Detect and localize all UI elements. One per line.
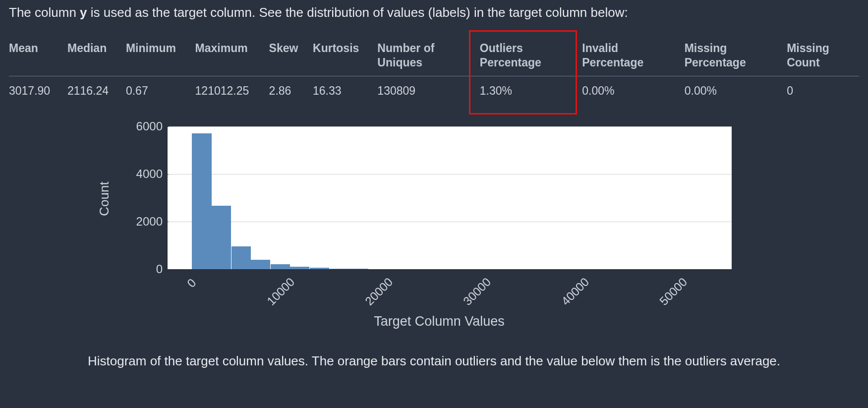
stats-table-wrap: Mean Median Minimum Maximum Skew Kurtosi… — [9, 39, 859, 106]
x-tick: 0 — [184, 276, 199, 290]
table-header-row: Mean Median Minimum Maximum Skew Kurtosi… — [9, 39, 859, 76]
x-tick-mark — [682, 269, 683, 273]
x-tick-mark — [583, 269, 584, 273]
histogram-bar — [330, 269, 349, 269]
x-axis-label: Target Column Values — [102, 314, 776, 329]
col-missing-pct: Missing Percentage — [685, 39, 787, 76]
val-kurtosis: 16.33 — [313, 76, 377, 106]
col-kurtosis: Kurtosis — [313, 39, 377, 76]
x-tick: 20000 — [362, 275, 396, 308]
val-outliers: 1.30% — [480, 76, 582, 106]
y-axis-label: Count — [97, 181, 112, 216]
val-maximum: 121012.25 — [195, 76, 269, 106]
val-skew: 2.86 — [269, 76, 313, 106]
y-tick: 2000 — [123, 215, 163, 229]
gridline — [168, 126, 732, 127]
histogram-bar — [212, 206, 231, 269]
histogram-bar — [271, 264, 290, 269]
x-tick-mark — [289, 269, 290, 273]
y-tick: 0 — [123, 262, 163, 276]
intro-text: The column y is used as the target colum… — [9, 5, 859, 20]
val-mean: 3017.90 — [9, 76, 67, 106]
val-minimum: 0.67 — [126, 76, 195, 106]
x-tick: 30000 — [461, 275, 494, 308]
gridline — [168, 174, 732, 175]
histogram-bar — [310, 268, 329, 269]
col-mean: Mean — [9, 39, 67, 76]
col-outliers: Outliers Percentage — [480, 39, 582, 76]
histogram-bar — [192, 133, 211, 269]
col-missing-cnt: Missing Count — [787, 39, 859, 76]
table-value-row: 3017.90 2116.24 0.67 121012.25 2.86 16.3… — [9, 76, 859, 106]
histogram-bar — [231, 246, 251, 269]
plot-area — [167, 126, 732, 270]
x-tick-mark — [387, 269, 388, 273]
col-maximum: Maximum — [195, 39, 269, 76]
x-tick-mark — [485, 269, 486, 273]
intro-bold: y — [80, 5, 87, 20]
x-tick: 10000 — [264, 275, 297, 308]
val-missing-pct: 0.00% — [685, 76, 787, 106]
col-median: Median — [67, 39, 126, 76]
histogram-bar — [251, 260, 270, 269]
x-tick-mark — [191, 269, 192, 273]
col-minimum: Minimum — [126, 39, 195, 76]
chart-caption: Histogram of the target column values. T… — [9, 353, 859, 369]
x-tick: 50000 — [657, 275, 690, 308]
y-tick: 6000 — [123, 119, 163, 133]
gridline — [168, 222, 732, 222]
y-tick: 4000 — [123, 167, 163, 181]
stats-table: Mean Median Minimum Maximum Skew Kurtosi… — [9, 39, 859, 106]
histogram-chart: Count Target Column Values 0200040006000… — [102, 119, 776, 348]
col-uniques: Number of Uniques — [377, 39, 479, 76]
val-uniques: 130809 — [377, 76, 479, 106]
val-invalid: 0.00% — [582, 76, 684, 106]
intro-suffix: is used as the target column. See the di… — [87, 5, 628, 20]
val-median: 2116.24 — [67, 76, 126, 106]
col-skew: Skew — [269, 39, 313, 76]
intro-prefix: The column — [9, 5, 80, 20]
x-tick: 40000 — [559, 275, 592, 308]
histogram-bar — [349, 269, 368, 269]
histogram-bar — [290, 267, 309, 269]
val-missing-cnt: 0 — [787, 76, 859, 106]
col-invalid: Invalid Percentage — [582, 39, 684, 76]
